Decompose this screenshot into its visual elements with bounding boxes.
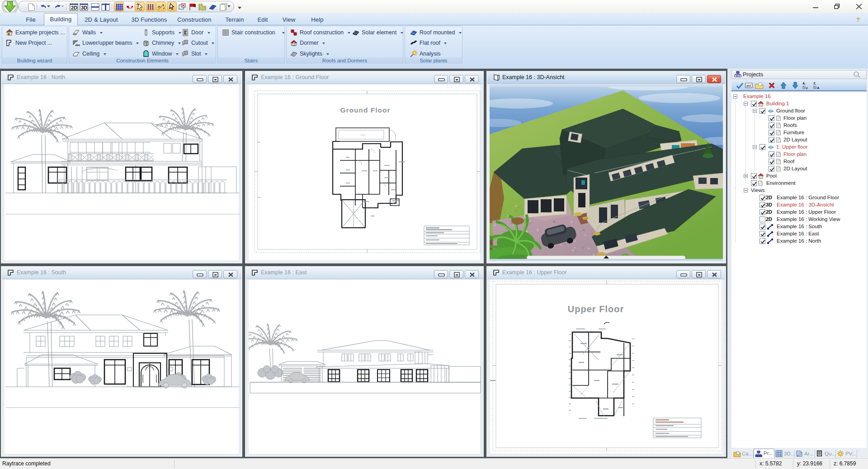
svg-text:Upper Floor: Upper Floor — [568, 304, 624, 314]
svg-text:A.: A. — [802, 81, 806, 85]
svg-text:z: z — [806, 86, 808, 90]
svg-text:Z.: Z. — [813, 81, 816, 85]
svg-text:3D: 3D — [81, 5, 87, 10]
svg-text:2D: 2D — [71, 5, 77, 10]
svg-text:abl: abl — [746, 84, 751, 88]
svg-text:Ground Floor: Ground Floor — [340, 106, 390, 114]
svg-text:A: A — [817, 86, 820, 90]
svg-text:Pool 1: Pool 1 — [361, 134, 366, 136]
